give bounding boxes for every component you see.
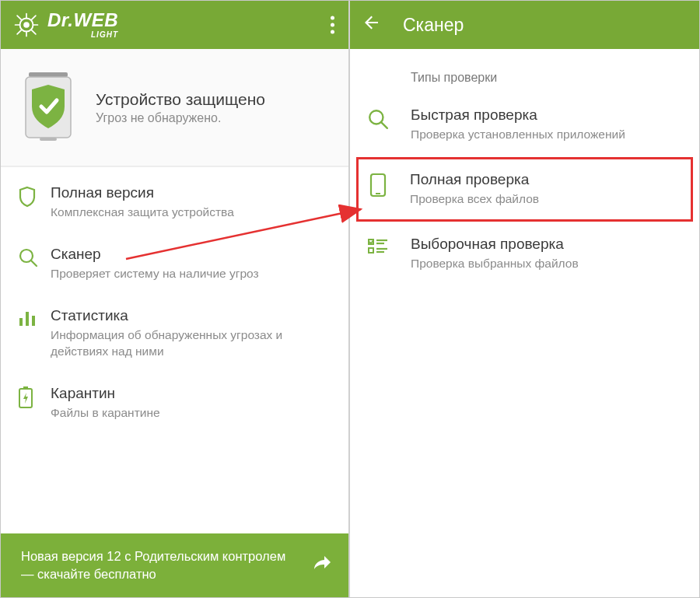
appbar-left: Dr.WEB LIGHT: [1, 1, 348, 49]
shield-check-icon: [18, 72, 79, 142]
scan-item-title: Быстрая проверка: [411, 107, 685, 124]
svg-rect-19: [369, 248, 373, 253]
banner-text: Новая версия 12 с Родительским контролем…: [21, 547, 302, 583]
menu-item-scanner[interactable]: Сканер Проверяет систему на наличие угро…: [1, 233, 348, 295]
search-icon: [18, 247, 38, 268]
scan-item-sub: Проверка всех файлов: [410, 191, 683, 208]
menu-item-sub: Файлы в карантине: [51, 405, 334, 421]
svg-rect-14: [371, 174, 385, 196]
menu-item-title: Статистика: [51, 307, 334, 324]
app-logo: Dr.WEB LIGHT: [13, 11, 118, 39]
scan-item-title: Полная проверка: [410, 171, 683, 188]
spider-icon: [13, 12, 40, 38]
kebab-icon: [331, 16, 334, 34]
scan-custom[interactable]: Выборочная проверка Проверка выбранных ф…: [350, 222, 699, 286]
menu-item-quarantine[interactable]: Карантин Файлы в карантине: [1, 372, 348, 434]
bar-chart-icon: [18, 309, 37, 327]
svg-rect-4: [40, 138, 57, 141]
phone-icon: [369, 173, 387, 198]
menu-item-title: Карантин: [51, 385, 334, 402]
menu-item-title: Сканер: [51, 246, 334, 263]
main-screen: Dr.WEB LIGHT Устройство защищено: [1, 1, 350, 597]
menu-item-full-version[interactable]: Полная версия Комплексная защита устройс…: [1, 172, 348, 233]
menu-item-statistics[interactable]: Статистика Информация об обнаруженных уг…: [1, 295, 348, 372]
logo-main-text: Dr.WEB: [47, 11, 118, 30]
menu-item-sub: Комплексная защита устройства: [51, 205, 334, 221]
arrow-left-icon: [362, 13, 381, 32]
back-button[interactable]: [362, 13, 381, 37]
status-title: Устройство защищено: [96, 90, 265, 109]
svg-line-13: [381, 122, 387, 128]
logo-sub-text: LIGHT: [91, 31, 118, 39]
scanner-screen: Сканер Типы проверки Быстрая проверка Пр…: [350, 1, 699, 597]
svg-line-6: [31, 261, 37, 266]
share-icon: [313, 555, 331, 575]
more-menu-button[interactable]: [331, 16, 334, 34]
protection-status: Устройство защищено Угроз не обнаружено.: [1, 49, 348, 167]
svg-rect-9: [32, 316, 35, 326]
svg-point-1: [23, 22, 30, 28]
menu-item-title: Полная версия: [51, 184, 334, 201]
section-header: Типы проверки: [350, 49, 699, 93]
battery-icon: [18, 386, 33, 408]
appbar-right: Сканер: [350, 1, 699, 49]
svg-rect-8: [26, 312, 29, 326]
promo-banner[interactable]: Новая версия 12 с Родительским контролем…: [1, 533, 348, 597]
search-icon: [367, 108, 389, 130]
scan-quick[interactable]: Быстрая проверка Проверка установленных …: [350, 93, 699, 157]
shield-outline-icon: [18, 186, 37, 208]
svg-rect-2: [29, 72, 68, 77]
screen-title: Сканер: [403, 15, 464, 36]
scan-full[interactable]: Полная проверка Проверка всех файлов: [356, 157, 693, 222]
checklist-icon: [367, 237, 389, 256]
scan-item-sub: Проверка установленных приложений: [411, 127, 685, 143]
menu-item-sub: Проверяет систему на наличие угроз: [51, 266, 334, 282]
status-subtitle: Угроз не обнаружено.: [96, 111, 265, 125]
menu-item-sub: Информация об обнаруженных угрозах и дей…: [51, 327, 334, 360]
scan-item-sub: Проверка выбранных файлов: [411, 256, 685, 272]
svg-rect-7: [19, 318, 23, 326]
scan-item-title: Выборочная проверка: [411, 236, 685, 253]
